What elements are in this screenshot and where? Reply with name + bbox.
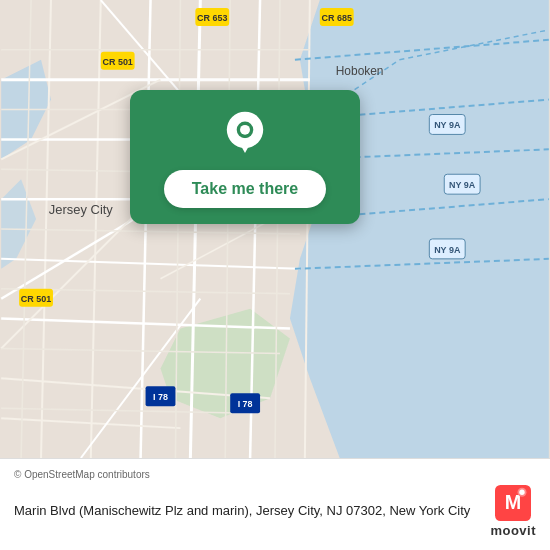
svg-point-71 [519, 490, 524, 495]
moovit-icon: M [495, 485, 531, 521]
bottom-bar: © OpenStreetMap contributors Marin Blvd … [0, 458, 550, 550]
svg-marker-1 [290, 0, 549, 458]
svg-text:NY 9A: NY 9A [434, 245, 461, 255]
location-info: Marin Blvd (Manischewitz Plz and marin),… [14, 485, 536, 538]
svg-text:Hoboken: Hoboken [336, 64, 384, 78]
svg-text:Jersey City: Jersey City [49, 202, 114, 217]
location-text: Marin Blvd (Manischewitz Plz and marin),… [14, 502, 482, 520]
map-background: CR 653 CR 685 CR 501 CR 501 Hoboken Jers… [0, 0, 550, 458]
take-me-there-button[interactable]: Take me there [164, 170, 326, 208]
map-area: CR 653 CR 685 CR 501 CR 501 Hoboken Jers… [0, 0, 550, 458]
map-pin-icon [221, 110, 269, 158]
svg-point-67 [240, 125, 250, 135]
svg-text:NY 9A: NY 9A [449, 180, 476, 190]
attribution: © OpenStreetMap contributors [14, 469, 536, 480]
svg-text:CR 653: CR 653 [197, 13, 227, 23]
svg-text:I 78: I 78 [238, 399, 253, 409]
svg-text:CR 685: CR 685 [322, 13, 352, 23]
app-container: CR 653 CR 685 CR 501 CR 501 Hoboken Jers… [0, 0, 550, 550]
svg-text:CR 501: CR 501 [21, 294, 51, 304]
svg-text:I 78: I 78 [153, 392, 168, 402]
location-card: Take me there [130, 90, 360, 224]
moovit-logo: M moovit [490, 485, 536, 538]
moovit-text: moovit [490, 523, 536, 538]
svg-text:NY 9A: NY 9A [434, 120, 461, 130]
svg-text:CR 501: CR 501 [103, 57, 133, 67]
